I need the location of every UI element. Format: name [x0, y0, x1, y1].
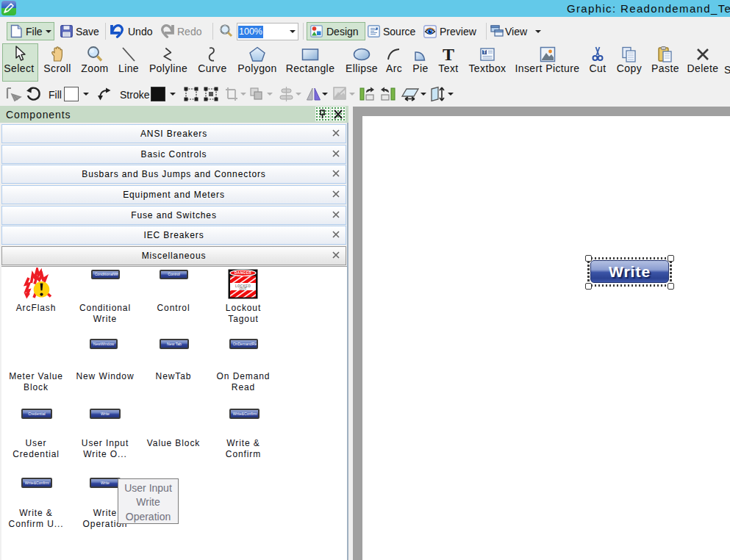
svg-text:OUT: OUT: [240, 287, 247, 291]
svg-text:DANGER: DANGER: [235, 271, 251, 275]
svg-text:T: T: [483, 49, 486, 54]
